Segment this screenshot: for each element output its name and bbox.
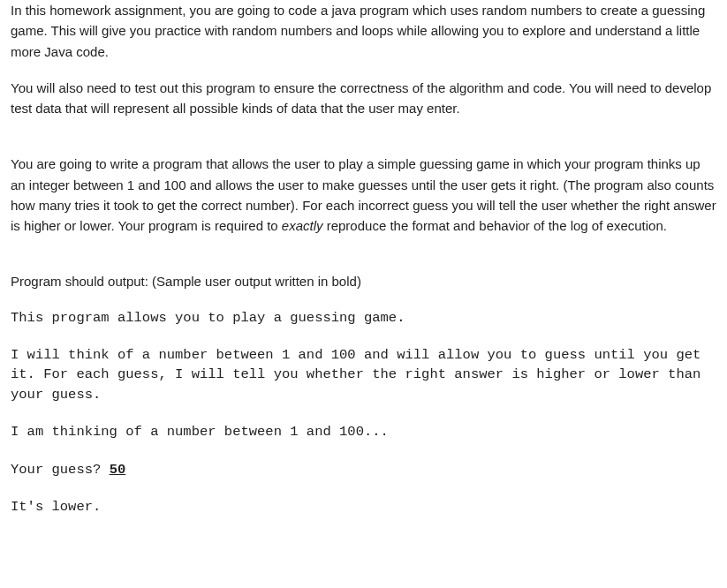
spec-text-b: reproduce the format and behavior of the… xyxy=(323,218,667,233)
sample-prompt-1: Your guess? 50 xyxy=(11,460,716,479)
sample-line-1: This program allows you to play a guessi… xyxy=(11,308,716,328)
output-header: Program should output: (Sample user outp… xyxy=(11,271,716,291)
spec-paragraph: You are going to write a program that al… xyxy=(11,154,716,236)
sample-line-4: It's lower. xyxy=(11,497,716,516)
prompt-text: Your guess? xyxy=(11,462,110,478)
sample-line-3: I am thinking of a number between 1 and … xyxy=(11,422,716,441)
intro-paragraph-2: You will also need to test out this prog… xyxy=(11,78,716,119)
spec-exactly: exactly xyxy=(282,218,323,233)
user-input-50: 50 xyxy=(110,462,126,478)
sample-line-2: I will think of a number between 1 and 1… xyxy=(11,345,716,404)
intro-paragraph-1: In this homework assignment, you are goi… xyxy=(11,0,716,62)
